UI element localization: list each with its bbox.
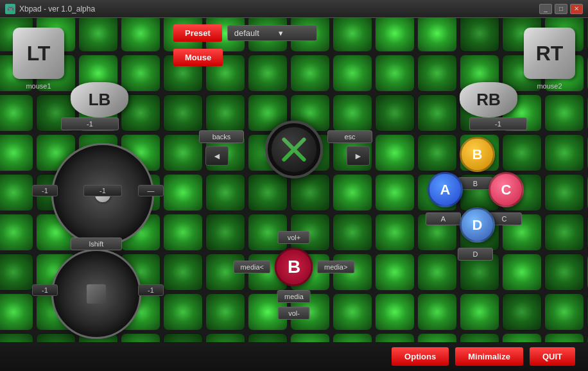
vol-plus-button[interactable]: vol+ bbox=[278, 231, 310, 244]
left-stick-h-axis-right: — bbox=[138, 185, 164, 196]
options-button[interactable]: Options bbox=[392, 347, 449, 366]
preset-value: default bbox=[234, 28, 259, 38]
main-area: Preset default ▾ Mouse LT mouse1 RT mous… bbox=[0, 18, 588, 371]
rt-trigger-label: mouse2 bbox=[524, 82, 575, 90]
esc-button[interactable]: esc bbox=[327, 130, 372, 143]
titlebar-left: 🎮 Xbpad - ver 1.0_alpha bbox=[5, 4, 95, 14]
xbox-logo-button[interactable] bbox=[265, 121, 323, 178]
dropdown-arrow-icon: ▾ bbox=[279, 28, 283, 38]
lt-trigger-button[interactable]: LT bbox=[13, 28, 64, 79]
right-stick-top-label[interactable]: lshift bbox=[71, 237, 122, 250]
right-stick-circle[interactable] bbox=[51, 249, 141, 339]
vol-minus-button[interactable]: vol- bbox=[278, 307, 310, 320]
nav-right-button[interactable]: ► bbox=[347, 146, 370, 166]
right-stick-dot bbox=[87, 284, 106, 304]
left-stick-center[interactable]: -1 bbox=[83, 185, 122, 196]
mouse-button[interactable]: Mouse bbox=[173, 49, 223, 66]
media-label[interactable]: media bbox=[277, 290, 311, 303]
c-button-label: C bbox=[501, 182, 512, 198]
title-text: Xbpad - ver 1.0_alpha bbox=[19, 4, 95, 13]
lt-trigger-label: mouse1 bbox=[13, 82, 64, 90]
xbox-logo-inner bbox=[272, 127, 316, 172]
preset-dropdown[interactable]: default ▾ bbox=[227, 25, 317, 41]
minimize-window-btn[interactable]: _ bbox=[539, 4, 552, 14]
media-prev-button[interactable]: media< bbox=[234, 261, 271, 273]
right-stick-h-left: -1 bbox=[32, 284, 58, 296]
d-button-value: D bbox=[458, 248, 493, 261]
app-icon: 🎮 bbox=[5, 4, 15, 14]
xbox-x-icon bbox=[278, 134, 310, 166]
d-button-label: D bbox=[472, 217, 483, 234]
lb-value-label: -1 bbox=[61, 117, 119, 130]
close-window-btn[interactable]: ✕ bbox=[570, 4, 583, 14]
media-center-button[interactable]: B bbox=[275, 248, 313, 286]
media-center-icon: B bbox=[288, 257, 300, 277]
a-button[interactable]: A bbox=[428, 172, 463, 207]
right-stick-h-right: -1 bbox=[138, 284, 164, 296]
restore-window-btn[interactable]: □ bbox=[555, 4, 567, 14]
b-button[interactable]: B bbox=[460, 137, 495, 172]
preset-button[interactable]: Preset bbox=[173, 24, 222, 42]
lb-bumper-button[interactable]: LB bbox=[71, 82, 128, 117]
bottom-bar: Options Minimalize QUIT bbox=[0, 342, 588, 371]
a-button-label: A bbox=[440, 182, 451, 198]
b-button-label: B bbox=[472, 146, 483, 163]
c-button[interactable]: C bbox=[489, 172, 524, 207]
toolbar: Preset default ▾ bbox=[173, 24, 317, 42]
back-button[interactable]: backs bbox=[199, 130, 244, 143]
media-area: vol+ media< B media> media vol- bbox=[234, 231, 355, 320]
left-stick-h-axis-left: -1 bbox=[32, 185, 58, 196]
rb-bumper-button[interactable]: RB bbox=[460, 82, 517, 117]
rb-value-label: -1 bbox=[469, 117, 527, 130]
b-button-value: B bbox=[458, 177, 493, 190]
minimalize-button[interactable]: Minimalize bbox=[455, 347, 523, 366]
nav-left-button[interactable]: ◄ bbox=[205, 146, 229, 166]
rt-trigger-button[interactable]: RT bbox=[524, 28, 575, 79]
media-next-button[interactable]: media> bbox=[317, 261, 354, 273]
titlebar: 🎮 Xbpad - ver 1.0_alpha _ □ ✕ bbox=[0, 0, 588, 18]
titlebar-controls: _ □ ✕ bbox=[539, 4, 583, 14]
quit-button[interactable]: QUIT bbox=[530, 347, 575, 366]
d-button[interactable]: D bbox=[460, 207, 495, 243]
a-button-value: A bbox=[426, 212, 461, 225]
